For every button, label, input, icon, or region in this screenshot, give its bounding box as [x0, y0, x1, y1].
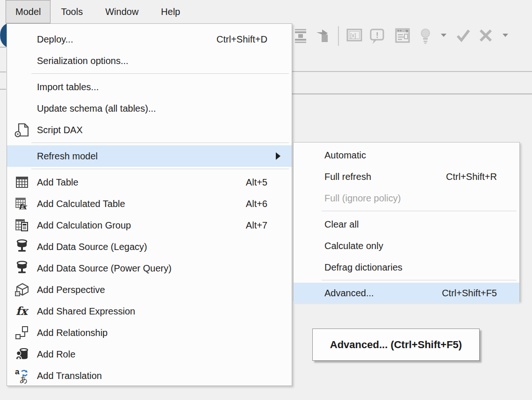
submenu-item-full-ignore-policy: Full (ignore policy): [294, 187, 519, 209]
menu-item-serialization-options[interactable]: Serialization options...: [7, 50, 292, 71]
dropdown-caret-icon[interactable]: [441, 34, 446, 37]
relationship-icon: [7, 325, 37, 340]
script-dax-icon: [7, 122, 37, 137]
menu-item-refresh-model[interactable]: Refresh model: [7, 145, 292, 167]
calculation-group-icon: [7, 218, 37, 232]
toolbar-bottom-border: [292, 71, 532, 72]
submenu-item-clear-all[interactable]: Clear all: [294, 214, 519, 235]
advanced-tooltip: Advanced... (Ctrl+Shift+F5): [312, 329, 480, 361]
menu-item-label: Add Data Source (Legacy): [37, 242, 292, 252]
menu-item-add-data-source-legacy[interactable]: Add Data Source (Legacy): [7, 236, 292, 257]
menu-separator: [31, 73, 289, 74]
menu-item-label: Add Role: [37, 349, 292, 360]
svg-text:!: !: [376, 31, 379, 40]
menu-item-add-calculated-table[interactable]: fx Add Calculated Table Alt+6: [7, 193, 292, 214]
data-source-icon: [7, 239, 37, 254]
menu-separator: [31, 169, 289, 169]
menu-item-label: Refresh model: [37, 151, 276, 162]
goto-icon[interactable]: [316, 28, 330, 46]
menu-item-label: Update schema (all tables)...: [37, 103, 292, 114]
close-icon[interactable]: [478, 28, 493, 45]
menu-item-label: Clear all: [324, 219, 519, 230]
menu-item-shortcut: Ctrl+Shift+F5: [442, 288, 519, 299]
menu-separator: [322, 211, 517, 211]
model-menu: Deploy... Ctrl+Shift+D Serialization opt…: [7, 23, 292, 386]
menu-item-label: Full (ignore policy): [324, 193, 519, 204]
menu-item-label: Serialization options...: [37, 56, 292, 66]
menu-item-shortcut: Ctrl+Shift+D: [216, 34, 292, 45]
toolbar-separator: [338, 26, 339, 46]
submenu-item-advanced[interactable]: Advanced... Ctrl+Shift+F5: [294, 283, 519, 303]
menu-item-label: Calculate only: [324, 241, 519, 251]
menubar-item-window[interactable]: Window: [97, 0, 147, 23]
panel-divider: [0, 89, 6, 90]
data-source-icon: [7, 261, 37, 276]
lightbulb-icon[interactable]: [419, 28, 431, 47]
menubar-item-help[interactable]: Help: [152, 0, 188, 23]
submenu-arrow-icon: [276, 152, 280, 160]
fx-icon: fx: [7, 304, 37, 318]
svg-text:fx: fx: [19, 202, 28, 211]
svg-text:fx: fx: [16, 304, 29, 318]
menu-separator: [322, 280, 517, 280]
submenu-item-defrag-dictionaries[interactable]: Defrag dictionaries: [294, 257, 519, 278]
menu-item-label: Add Shared Expression: [37, 306, 292, 317]
column-icon[interactable]: [294, 28, 307, 46]
app-logo-partial: C: [0, 19, 7, 58]
menu-item-script-dax[interactable]: Script DAX: [7, 119, 292, 141]
menu-separator: [31, 143, 289, 143]
menu-item-import-tables[interactable]: Import tables...: [7, 76, 292, 98]
properties-window-icon[interactable]: [395, 28, 410, 45]
menu-item-deploy[interactable]: Deploy... Ctrl+Shift+D: [7, 29, 292, 50]
menu-item-add-relationship[interactable]: Add Relationship: [7, 322, 292, 343]
menu-item-label: Full refresh: [324, 171, 446, 182]
calculated-table-icon: fx: [7, 197, 37, 211]
menu-item-label: Deploy...: [37, 34, 216, 45]
menu-item-shortcut: Alt+7: [246, 220, 292, 231]
menu-item-shortcut: Ctrl+Shift+R: [446, 171, 519, 182]
menu-bar: Model Tools Window Help: [0, 0, 532, 23]
menu-item-label: Add Table: [37, 177, 246, 188]
panel-divider: [0, 71, 6, 72]
menubar-item-tools[interactable]: Tools: [52, 0, 91, 23]
role-icon: [7, 347, 37, 362]
menu-item-label: Add Calculated Table: [37, 199, 246, 209]
perspective-cube-icon: [7, 282, 37, 297]
submenu-item-automatic[interactable]: Automatic: [294, 144, 519, 166]
svg-text:a: a: [15, 368, 20, 376]
menu-item-label: Automatic: [324, 150, 519, 161]
menu-item-label: Advanced...: [324, 288, 442, 299]
menu-item-shortcut: Alt+5: [246, 177, 292, 188]
menu-item-label: Add Calculation Group: [37, 220, 246, 231]
table-icon: [7, 175, 37, 189]
submenu-item-calculate-only[interactable]: Calculate only: [294, 235, 519, 257]
check-icon[interactable]: [456, 28, 471, 45]
menu-item-label: Defrag dictionaries: [324, 262, 519, 273]
refresh-model-submenu: Automatic Full refresh Ctrl+Shift+R Full…: [293, 142, 520, 301]
comment-warning-icon[interactable]: !: [369, 28, 385, 47]
menu-item-add-data-source-power-query[interactable]: Add Data Source (Power Query): [7, 257, 292, 279]
menu-item-update-schema[interactable]: Update schema (all tables)...: [7, 98, 292, 119]
translation-icon: a あ: [7, 368, 37, 384]
menu-item-shortcut: Alt+6: [246, 199, 292, 209]
menubar-item-model[interactable]: Model: [6, 0, 50, 23]
menu-item-label: Import tables...: [37, 82, 292, 93]
tooltip-text: Advanced... (Ctrl+Shift+F5): [330, 339, 462, 351]
menu-item-label: Add Translation: [37, 371, 292, 381]
svg-text:[x]: [x]: [350, 32, 356, 39]
app-window: C Model Tools Window Help [x]: [0, 0, 532, 400]
textbox-icon[interactable]: [x]: [346, 28, 362, 44]
menu-item-label: Add Perspective: [37, 285, 292, 295]
submenu-item-full-refresh[interactable]: Full refresh Ctrl+Shift+R: [294, 166, 519, 187]
menu-item-label: Add Data Source (Power Query): [37, 263, 292, 274]
menu-item-add-role[interactable]: Add Role: [7, 343, 292, 365]
menu-item-add-translation[interactable]: a あ Add Translation: [7, 365, 292, 386]
content-top-border: [292, 93, 532, 94]
menu-item-add-table[interactable]: Add Table Alt+5: [7, 171, 292, 193]
menu-item-label: Script DAX: [37, 125, 292, 136]
menu-item-add-perspective[interactable]: Add Perspective: [7, 279, 292, 300]
menu-item-add-shared-expression[interactable]: fx Add Shared Expression: [7, 300, 292, 322]
menu-item-add-calculation-group[interactable]: Add Calculation Group Alt+7: [7, 214, 292, 236]
dropdown-caret-icon[interactable]: [503, 34, 508, 37]
menu-item-label: Add Relationship: [37, 328, 292, 338]
